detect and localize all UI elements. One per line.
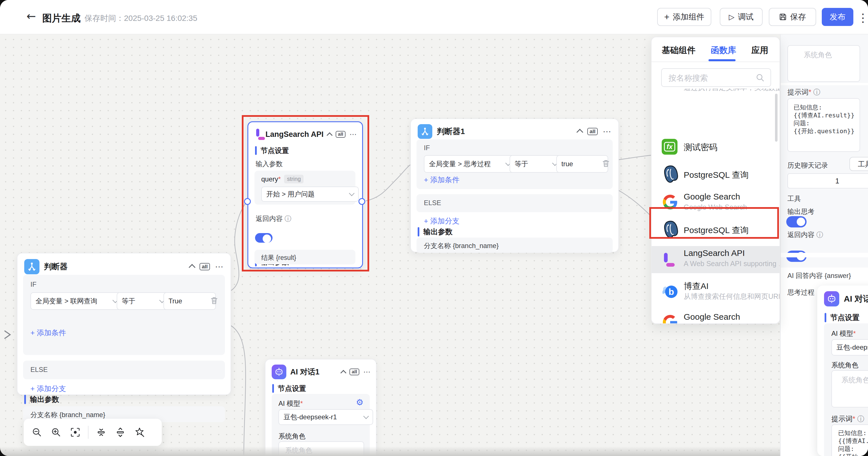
all-badge[interactable]: all [336,131,345,138]
svg-text:b: b [669,287,674,297]
ai-chat2-card[interactable]: AI 对话2 节点设置 AI 模型* 豆包-deepseek-r1 系统角色 系… [817,286,868,456]
edge-judge-else-down [229,324,246,456]
condition-value: True [168,297,182,305]
save-button[interactable]: 保存 [769,8,816,26]
list-item-selected[interactable]: LangSearch API A Web Search API supporti… [652,246,779,273]
prompt-line: 已知信息: [838,429,867,437]
tab-basic-components[interactable]: 基础组件 [662,45,695,56]
condition-op-select[interactable]: 等于 [509,155,562,173]
search-icon [756,74,764,82]
tools-button[interactable]: 工具 [849,157,868,171]
all-badge[interactable]: all [587,128,598,136]
info-icon[interactable]: ⓘ [857,415,864,423]
prompt-line: {{开始.question}} [794,127,855,136]
postgresql-icon [662,220,680,239]
debug-button[interactable]: ▷调试 [720,8,763,26]
more-icon[interactable]: ⋯ [349,133,357,136]
edge-offscreen-chevron [4,331,10,339]
return-content-label: 返回内容 ⓘ [256,214,291,223]
port-input[interactable] [244,198,251,205]
role-textarea[interactable]: 系统角色 [787,45,860,82]
condition-value-input[interactable]: True [163,292,216,310]
kebab-menu-icon[interactable]: ⋮ [857,11,868,24]
model-value: 豆包-deepseek-r1 [836,343,868,352]
card-title: AI 对话2 [844,293,868,305]
collapse-icon[interactable] [189,264,195,271]
output-think-label: 输出思考 [787,207,814,216]
output-think-toggle[interactable] [786,216,807,227]
history-count-input[interactable]: 1 [787,173,868,189]
search-input[interactable]: 按名称搜索 [661,68,771,87]
model-select[interactable]: 豆包-deepseek-r1 [278,409,373,425]
condition-field-select[interactable]: 全局变量 > 思考过程 [424,155,515,173]
condition-op-select[interactable]: 等于 [117,292,169,310]
required-mark: * [300,400,303,407]
node-settings-section: 节点设置 [825,313,868,322]
active-tab-underline [709,59,736,61]
collapse-icon[interactable] [327,132,333,138]
condition-value-input[interactable]: true [556,155,608,173]
expand-vertical-button[interactable] [111,423,130,441]
prompt-box[interactable]: 已知信息: {{博查AI.result}} 问题: {{开始.question}… [787,98,860,152]
zoom-out-button[interactable] [28,423,46,441]
model-value: 豆包-deepseek-r1 [283,412,337,422]
prompt-box[interactable]: 已知信息: {{博查AI.result}} 问题: {{开始.question}… [831,424,868,456]
list-item[interactable]: PostgreSQL 查询 [652,216,779,243]
all-badge[interactable]: all [349,369,359,376]
fx-icon: fx [662,139,678,154]
tab-apps[interactable]: 应用 [751,45,768,56]
model-select[interactable]: 豆包-deepseek-r1 [831,339,868,355]
back-button[interactable]: ← [27,9,36,23]
judge-node-icon [417,124,432,139]
condition-field-select[interactable]: 全局变量 > 联网查询 [30,292,122,310]
more-icon[interactable]: ⋯ [603,130,612,133]
model-label: AI 模型* [278,399,303,408]
add-branch-link[interactable]: + 添加分支 [30,384,66,394]
more-icon[interactable]: ⋯ [363,370,371,373]
list-item[interactable]: 通过执行自定义脚本，实现数据处理 [652,89,779,93]
toolbar-divider [88,426,89,439]
return-content-toggle[interactable] [255,233,273,243]
port-output[interactable] [359,198,365,205]
collapse-icon[interactable] [576,129,583,136]
info-icon[interactable]: ⓘ [813,88,820,96]
trash-icon[interactable] [210,296,218,305]
param-value-select[interactable]: 开始 > 用户问题 [261,187,359,202]
add-branch-link[interactable]: + 添加分支 [424,216,459,226]
info-icon[interactable]: ⓘ [285,215,291,222]
all-badge[interactable]: all [199,263,210,270]
add-condition-link[interactable]: + 添加条件 [424,175,459,185]
output-param-value: 结果 {result} [261,253,296,262]
add-component-button[interactable]: +添加组件 [657,8,711,26]
list-item[interactable]: b 博查AI 从博查搜索任何信息和网页URL [652,278,779,305]
scrollbar-thumb[interactable] [775,94,778,142]
more-icon[interactable]: ⋯ [215,265,224,268]
fit-view-button[interactable] [66,423,85,441]
required-mark: * [809,88,811,96]
auto-layout-button[interactable] [130,423,149,441]
publish-button[interactable]: 发布 [822,8,854,26]
list-item-name: LangSearch API [684,248,745,258]
trash-icon[interactable] [602,159,610,168]
output-param-row: 分支名称 {branch_name} [416,237,613,253]
list-item[interactable]: PostgreSQL 查询 [652,161,779,188]
list-item[interactable]: Google Search Google Web Search [652,189,779,216]
list-item[interactable]: Google Search Google Web Search [652,309,779,323]
required-mark: * [852,415,855,423]
role-textarea[interactable]: 系统角色 [831,370,868,407]
node-title: 判断器 [44,261,68,272]
node-langsearch[interactable]: LangSearch API all ⋯ 节点设置 输入参数 query* st… [247,121,363,268]
info-icon[interactable]: ⓘ [816,231,823,238]
think-process-label: 思考过程 [787,288,814,297]
gear-icon[interactable]: ⚙ [356,397,364,407]
node-judge[interactable]: 判断器 all ⋯ IF 全局变量 > 联网查询 等于 True + 添加条件 … [17,253,231,395]
tab-function-library[interactable]: 函数库 [711,45,736,56]
collapse-icon[interactable] [340,370,346,376]
add-condition-link[interactable]: + 添加条件 [30,328,66,338]
zoom-in-button[interactable] [47,423,65,441]
node-judge1[interactable]: 判断器1 all ⋯ IF 全局变量 > 思考过程 等于 true + 添加条件… [410,118,619,252]
list-item[interactable]: fx 测试密码 [652,133,779,160]
collapse-vertical-button[interactable] [92,423,111,441]
prompt-line: {{博查AI.result}} [838,437,868,445]
node-ai-chat1[interactable]: AI 对话1 all ⋯ 节点设置 AI 模型* ⚙ 豆包-deepseek-r… [265,359,376,456]
